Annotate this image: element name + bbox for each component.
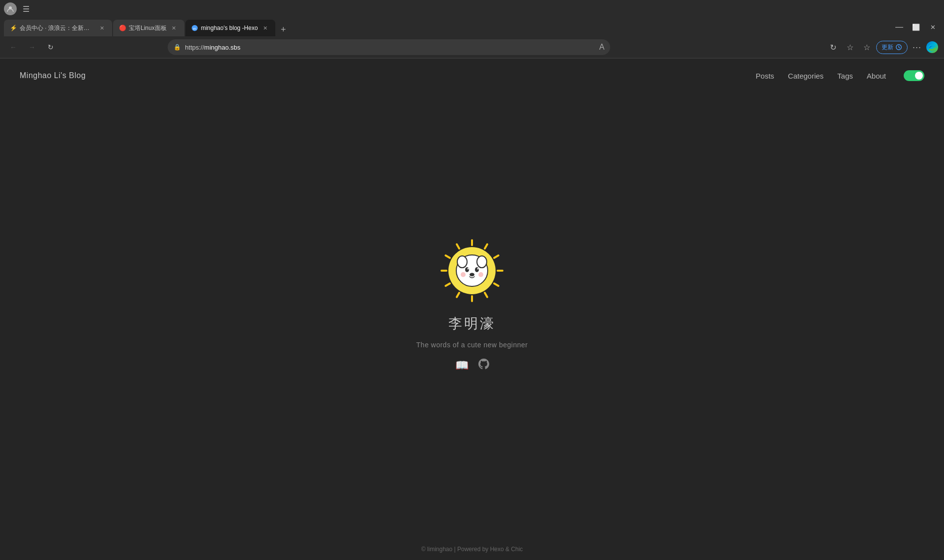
back-button[interactable]: ← [6,40,21,55]
sidebar-toggle[interactable]: ☰ [19,1,33,16]
svg-point-20 [477,256,487,268]
maximize-button[interactable]: ⬜ [909,20,923,34]
browser-chrome: ☰ ⚡ 会员中心 · 浪浪云：全新升级，推... ✕ 🔴 宝塔Linux面板 ✕… [0,0,944,58]
website-content: Minghao Li's Blog Posts Categories Tags … [0,58,944,560]
nav-posts[interactable]: Posts [756,72,774,80]
translate-icon[interactable]: A [599,43,605,52]
social-icons: 📖 [455,359,489,372]
nav-tags[interactable]: Tags [837,72,853,80]
svg-line-15 [445,255,450,258]
svg-line-7 [494,255,499,258]
svg-point-24 [477,268,479,270]
svg-line-9 [494,283,499,286]
profile-avatar[interactable] [4,2,17,15]
update-button[interactable]: 更新 [876,41,908,54]
tab-2-close[interactable]: ✕ [170,24,178,32]
svg-line-10 [485,293,487,297]
nav-about[interactable]: About [867,72,886,80]
dark-mode-toggle[interactable] [904,70,924,81]
minimize-button[interactable]: — [892,20,907,34]
svg-point-21 [465,267,469,272]
lock-icon: 🔒 [174,44,181,51]
edge-icon[interactable] [926,41,938,53]
svg-point-23 [468,268,469,270]
tab-1-favicon: ⚡ [10,25,17,31]
site-header: Minghao Li's Blog Posts Categories Tags … [0,58,944,93]
site-main: 李明濠 The words of a cute new beginner 📖 [0,73,944,538]
svg-point-25 [470,273,474,277]
close-button[interactable]: ✕ [925,20,940,34]
footer-text: © liminghao | Powered by Hexo & Chic [421,546,523,553]
site-footer: © liminghao | Powered by Hexo & Chic [0,538,944,560]
site-logo[interactable]: Minghao Li's Blog [20,71,86,80]
site-subtitle: The words of a cute new beginner [416,341,528,349]
nav-categories[interactable]: Categories [788,72,824,80]
forward-button[interactable]: → [25,40,39,55]
title-bar: ☰ [0,0,944,18]
tab-2-favicon: 🔴 [119,25,126,31]
book-icon[interactable]: 📖 [455,359,469,372]
site-title: 李明濠 [448,314,496,333]
address-bar[interactable]: 🔒 https://minghao.sbs A [168,39,610,55]
tab-2-label: 宝塔Linux面板 [129,24,167,32]
tab-1-close[interactable]: ✕ [97,24,106,32]
avatar [440,239,504,303]
tab-3-favicon: m [191,25,198,31]
tab-3-label: minghao's blog -Hexo [201,25,258,31]
toolbar-actions: ↻ ☆ ☆ 更新 ··· [826,40,938,55]
more-options-button[interactable]: ··· [910,40,924,55]
svg-line-12 [457,293,459,297]
svg-point-22 [475,267,479,272]
github-icon[interactable] [478,359,489,372]
svg-line-13 [445,283,450,286]
svg-text:m: m [193,27,196,31]
tab-strip: ⚡ 会员中心 · 浪浪云：全新升级，推... ✕ 🔴 宝塔Linux面板 ✕ m… [0,18,944,36]
reload-button[interactable]: ↻ [43,40,58,55]
svg-line-16 [457,244,459,249]
tab-3-close[interactable]: ✕ [261,24,269,32]
new-tab-button[interactable]: + [276,23,290,36]
address-bar-row: ← → ↻ 🔒 https://minghao.sbs A ↻ ☆ ☆ 更新 ·… [0,36,944,58]
svg-point-26 [461,272,466,277]
reload-toolbar-button[interactable]: ↻ [826,40,841,55]
tab-1-label: 会员中心 · 浪浪云：全新升级，推... [20,24,94,32]
favorite-button[interactable]: ☆ [843,40,857,55]
site-nav: Posts Categories Tags About [756,70,924,81]
favorites-panel-button[interactable]: ☆ [859,40,874,55]
tab-2[interactable]: 🔴 宝塔Linux面板 ✕ [113,20,184,36]
address-text: https://minghao.sbs [185,44,595,51]
svg-point-27 [478,272,483,277]
svg-point-19 [457,256,467,268]
svg-line-6 [485,244,487,249]
tab-1[interactable]: ⚡ 会员中心 · 浪浪云：全新升级，推... ✕ [4,20,112,36]
tab-3[interactable]: m minghao's blog -Hexo ✕ [185,20,276,36]
